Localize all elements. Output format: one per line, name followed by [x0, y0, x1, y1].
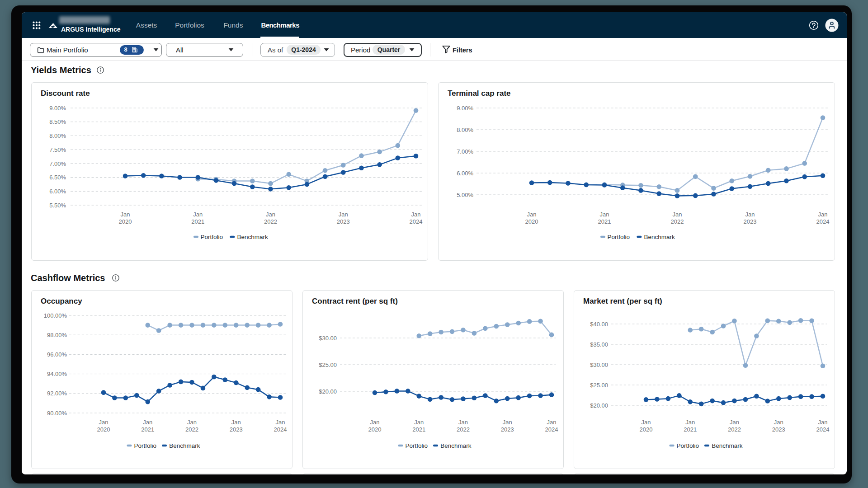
svg-text:Portfolio: Portfolio	[406, 442, 428, 449]
svg-text:2022: 2022	[264, 218, 277, 225]
svg-text:2020: 2020	[525, 218, 538, 225]
svg-text:$25.00: $25.00	[319, 361, 337, 368]
svg-text:$35.00: $35.00	[590, 341, 608, 348]
svg-text:Portfolio: Portfolio	[134, 442, 157, 449]
svg-text:2021: 2021	[141, 426, 154, 433]
svg-text:2022: 2022	[671, 218, 684, 225]
svg-text:Jan: Jan	[547, 419, 557, 426]
svg-text:Jan: Jan	[818, 211, 828, 218]
svg-text:2022: 2022	[728, 426, 741, 433]
svg-text:9.00%: 9.00%	[457, 105, 473, 112]
svg-text:Benchmark: Benchmark	[440, 442, 472, 449]
svg-text:2024: 2024	[816, 218, 830, 225]
svg-text:$30.00: $30.00	[319, 335, 337, 342]
svg-text:Jan: Jan	[121, 211, 130, 218]
svg-text:Jan: Jan	[774, 419, 783, 426]
svg-text:5.00%: 5.00%	[457, 192, 473, 198]
svg-text:92.00%: 92.00%	[47, 390, 67, 397]
svg-text:Jan: Jan	[411, 211, 421, 218]
svg-text:2021: 2021	[598, 218, 611, 225]
svg-text:Jan: Jan	[527, 211, 537, 218]
svg-text:$20.00: $20.00	[590, 402, 608, 409]
svg-text:2020: 2020	[640, 426, 653, 433]
svg-text:2023: 2023	[772, 426, 785, 433]
svg-text:100.00%: 100.00%	[44, 312, 67, 319]
svg-text:8.50%: 8.50%	[49, 118, 66, 125]
svg-text:Jan: Jan	[685, 419, 695, 426]
svg-text:Benchmark: Benchmark	[712, 442, 743, 449]
svg-text:Jan: Jan	[276, 419, 285, 426]
svg-text:Portfolio: Portfolio	[608, 234, 630, 240]
svg-text:$40.00: $40.00	[590, 321, 608, 328]
svg-text:Jan: Jan	[730, 419, 739, 426]
svg-text:Benchmark: Benchmark	[169, 442, 200, 449]
svg-text:$20.00: $20.00	[319, 388, 337, 395]
svg-text:2024: 2024	[816, 426, 830, 433]
svg-text:7.50%: 7.50%	[49, 146, 66, 153]
svg-text:Terminal cap rate: Terminal cap rate	[448, 89, 511, 98]
svg-text:Jan: Jan	[503, 419, 512, 426]
svg-text:2022: 2022	[185, 426, 198, 433]
svg-text:Jan: Jan	[193, 211, 203, 218]
svg-text:2021: 2021	[412, 426, 425, 433]
svg-text:Jan: Jan	[231, 419, 241, 426]
svg-text:9.00%: 9.00%	[49, 105, 66, 112]
svg-text:$25.00: $25.00	[590, 382, 608, 389]
svg-text:2020: 2020	[368, 426, 382, 433]
svg-text:Benchmark: Benchmark	[644, 234, 675, 240]
svg-text:Jan: Jan	[818, 419, 828, 426]
svg-text:2023: 2023	[501, 426, 514, 433]
svg-text:Portfolio: Portfolio	[677, 442, 699, 449]
svg-text:Discount rate: Discount rate	[41, 89, 90, 98]
svg-text:2020: 2020	[119, 218, 132, 225]
svg-text:Jan: Jan	[673, 211, 682, 218]
svg-text:2023: 2023	[744, 218, 757, 225]
svg-text:6.00%: 6.00%	[49, 188, 66, 195]
svg-text:Contract rent (per sq ft): Contract rent (per sq ft)	[312, 297, 398, 305]
svg-text:2022: 2022	[457, 426, 470, 433]
svg-text:90.00%: 90.00%	[47, 410, 67, 417]
svg-text:Jan: Jan	[642, 419, 651, 426]
svg-text:2024: 2024	[545, 426, 558, 433]
svg-text:2021: 2021	[684, 426, 697, 433]
svg-text:2023: 2023	[230, 426, 243, 433]
svg-text:2023: 2023	[337, 218, 350, 225]
svg-text:2024: 2024	[274, 426, 287, 433]
svg-text:Benchmark: Benchmark	[237, 234, 269, 240]
svg-text:Jan: Jan	[414, 419, 424, 426]
svg-text:98.00%: 98.00%	[47, 332, 67, 338]
svg-text:7.00%: 7.00%	[457, 148, 473, 155]
svg-text:8.00%: 8.00%	[49, 132, 66, 139]
svg-text:Jan: Jan	[187, 419, 197, 426]
svg-text:96.00%: 96.00%	[47, 351, 67, 358]
svg-text:Portfolio: Portfolio	[201, 234, 223, 240]
svg-text:94.00%: 94.00%	[47, 371, 67, 377]
svg-text:6.00%: 6.00%	[457, 170, 473, 177]
svg-text:2024: 2024	[410, 218, 423, 225]
svg-text:2020: 2020	[97, 426, 110, 433]
svg-text:Jan: Jan	[600, 211, 609, 218]
svg-text:Jan: Jan	[458, 419, 468, 426]
svg-text:Jan: Jan	[143, 419, 152, 426]
svg-text:5.50%: 5.50%	[49, 202, 66, 209]
svg-text:Occupancy: Occupancy	[41, 297, 82, 305]
svg-text:7.00%: 7.00%	[49, 160, 66, 167]
svg-text:Jan: Jan	[745, 211, 755, 218]
svg-text:Jan: Jan	[266, 211, 275, 218]
svg-text:Jan: Jan	[339, 211, 348, 218]
svg-text:$30.00: $30.00	[590, 361, 608, 368]
svg-text:2021: 2021	[191, 218, 204, 225]
svg-text:Jan: Jan	[370, 419, 380, 426]
svg-text:Market rent (per sq ft): Market rent (per sq ft)	[583, 297, 662, 305]
svg-text:8.00%: 8.00%	[457, 127, 473, 133]
svg-text:Jan: Jan	[99, 419, 108, 426]
svg-text:6.50%: 6.50%	[49, 174, 66, 181]
